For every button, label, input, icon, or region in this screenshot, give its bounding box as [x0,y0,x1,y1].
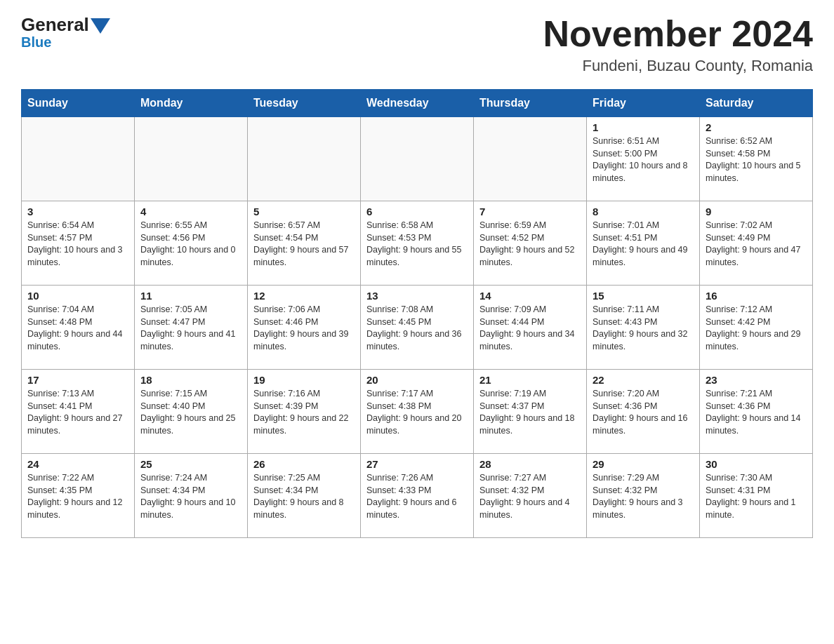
day-number: 3 [27,206,128,217]
table-row: 13Sunrise: 7:08 AMSunset: 4:45 PMDayligh… [361,286,474,370]
table-row: 11Sunrise: 7:05 AMSunset: 4:47 PMDayligh… [135,286,248,370]
table-row: 26Sunrise: 7:25 AMSunset: 4:34 PMDayligh… [248,454,361,538]
day-info: Sunrise: 7:15 AMSunset: 4:40 PMDaylight:… [140,388,241,437]
table-row: 24Sunrise: 7:22 AMSunset: 4:35 PMDayligh… [22,454,135,538]
day-number: 28 [479,458,581,470]
calendar-header-row: Sunday Monday Tuesday Wednesday Thursday… [22,90,813,117]
day-info: Sunrise: 7:25 AMSunset: 4:34 PMDaylight:… [253,472,355,521]
day-info: Sunrise: 7:16 AMSunset: 4:39 PMDaylight:… [253,388,355,437]
logo-general-text: General [21,14,89,36]
table-row: 2Sunrise: 6:52 AMSunset: 4:58 PMDaylight… [700,117,813,201]
day-info: Sunrise: 6:55 AMSunset: 4:56 PMDaylight:… [140,220,241,269]
month-title: November 2024 [543,14,813,54]
day-info: Sunrise: 7:05 AMSunset: 4:47 PMDaylight:… [140,304,241,353]
day-number: 4 [140,206,241,217]
day-number: 20 [366,374,468,386]
day-info: Sunrise: 6:51 AMSunset: 5:00 PMDaylight:… [593,135,694,185]
table-row: 28Sunrise: 7:27 AMSunset: 4:32 PMDayligh… [474,454,587,538]
table-row: 6Sunrise: 6:58 AMSunset: 4:53 PMDaylight… [361,201,474,286]
col-wednesday: Wednesday [361,90,474,117]
table-row: 5Sunrise: 6:57 AMSunset: 4:54 PMDaylight… [248,201,361,286]
day-info: Sunrise: 7:01 AMSunset: 4:51 PMDaylight:… [593,220,694,269]
day-info: Sunrise: 7:20 AMSunset: 4:36 PMDaylight:… [593,388,694,437]
day-info: Sunrise: 6:52 AMSunset: 4:58 PMDaylight:… [706,135,807,185]
table-row: 1Sunrise: 6:51 AMSunset: 5:00 PMDaylight… [587,117,700,201]
day-info: Sunrise: 7:30 AMSunset: 4:31 PMDaylight:… [706,472,807,521]
day-number: 19 [253,374,355,386]
day-info: Sunrise: 7:02 AMSunset: 4:49 PMDaylight:… [706,220,807,269]
svg-marker-0 [91,18,110,34]
table-row: 7Sunrise: 6:59 AMSunset: 4:52 PMDaylight… [474,201,587,286]
day-info: Sunrise: 7:06 AMSunset: 4:46 PMDaylight:… [253,304,355,353]
table-row: 19Sunrise: 7:16 AMSunset: 4:39 PMDayligh… [248,370,361,454]
calendar-week-row: 10Sunrise: 7:04 AMSunset: 4:48 PMDayligh… [22,286,813,370]
col-monday: Monday [135,90,248,117]
day-info: Sunrise: 6:59 AMSunset: 4:52 PMDaylight:… [479,220,581,269]
day-number: 24 [27,458,128,470]
day-number: 14 [479,290,581,302]
day-number: 18 [140,374,241,386]
day-number: 21 [479,374,581,386]
day-info: Sunrise: 7:27 AMSunset: 4:32 PMDaylight:… [479,472,581,521]
col-tuesday: Tuesday [248,90,361,117]
table-row [474,117,587,201]
calendar-week-row: 17Sunrise: 7:13 AMSunset: 4:41 PMDayligh… [22,370,813,454]
day-number: 23 [706,374,807,386]
day-info: Sunrise: 6:57 AMSunset: 4:54 PMDaylight:… [253,220,355,269]
day-info: Sunrise: 7:04 AMSunset: 4:48 PMDaylight:… [27,304,128,353]
day-number: 7 [479,206,581,217]
table-row [135,117,248,201]
table-row: 17Sunrise: 7:13 AMSunset: 4:41 PMDayligh… [22,370,135,454]
day-info: Sunrise: 7:13 AMSunset: 4:41 PMDaylight:… [27,388,128,437]
col-saturday: Saturday [700,90,813,117]
day-info: Sunrise: 7:09 AMSunset: 4:44 PMDaylight:… [479,304,581,353]
day-info: Sunrise: 7:22 AMSunset: 4:35 PMDaylight:… [27,472,128,521]
logo-blue-text: Blue [21,34,51,51]
day-info: Sunrise: 7:08 AMSunset: 4:45 PMDaylight:… [366,304,468,353]
table-row: 16Sunrise: 7:12 AMSunset: 4:42 PMDayligh… [700,286,813,370]
day-number: 8 [593,206,694,217]
day-number: 15 [593,290,694,302]
day-number: 10 [27,290,128,302]
table-row: 29Sunrise: 7:29 AMSunset: 4:32 PMDayligh… [587,454,700,538]
day-info: Sunrise: 7:11 AMSunset: 4:43 PMDaylight:… [593,304,694,353]
table-row: 25Sunrise: 7:24 AMSunset: 4:34 PMDayligh… [135,454,248,538]
day-info: Sunrise: 7:21 AMSunset: 4:36 PMDaylight:… [706,388,807,437]
table-row: 30Sunrise: 7:30 AMSunset: 4:31 PMDayligh… [700,454,813,538]
title-block: November 2024 Fundeni, Buzau County, Rom… [543,14,813,75]
day-number: 25 [140,458,241,470]
table-row [248,117,361,201]
table-row: 8Sunrise: 7:01 AMSunset: 4:51 PMDaylight… [587,201,700,286]
day-number: 5 [253,206,355,217]
day-number: 2 [706,121,807,133]
table-row: 14Sunrise: 7:09 AMSunset: 4:44 PMDayligh… [474,286,587,370]
table-row: 21Sunrise: 7:19 AMSunset: 4:37 PMDayligh… [474,370,587,454]
day-info: Sunrise: 6:58 AMSunset: 4:53 PMDaylight:… [366,220,468,269]
col-thursday: Thursday [474,90,587,117]
table-row: 12Sunrise: 7:06 AMSunset: 4:46 PMDayligh… [248,286,361,370]
logo: General Blue [21,14,110,51]
day-info: Sunrise: 7:12 AMSunset: 4:42 PMDaylight:… [706,304,807,353]
table-row: 22Sunrise: 7:20 AMSunset: 4:36 PMDayligh… [587,370,700,454]
calendar-week-row: 24Sunrise: 7:22 AMSunset: 4:35 PMDayligh… [22,454,813,538]
table-row: 18Sunrise: 7:15 AMSunset: 4:40 PMDayligh… [135,370,248,454]
day-number: 26 [253,458,355,470]
table-row: 3Sunrise: 6:54 AMSunset: 4:57 PMDaylight… [22,201,135,286]
day-number: 29 [593,458,694,470]
location-title: Fundeni, Buzau County, Romania [543,57,813,75]
day-info: Sunrise: 6:54 AMSunset: 4:57 PMDaylight:… [27,220,128,269]
table-row: 27Sunrise: 7:26 AMSunset: 4:33 PMDayligh… [361,454,474,538]
col-friday: Friday [587,90,700,117]
page-header: General Blue November 2024 Fundeni, Buza… [21,14,813,75]
table-row [22,117,135,201]
table-row: 20Sunrise: 7:17 AMSunset: 4:38 PMDayligh… [361,370,474,454]
day-number: 11 [140,290,241,302]
day-number: 1 [593,121,694,133]
day-number: 12 [253,290,355,302]
table-row [361,117,474,201]
day-number: 22 [593,374,694,386]
table-row: 9Sunrise: 7:02 AMSunset: 4:49 PMDaylight… [700,201,813,286]
day-number: 17 [27,374,128,386]
day-number: 30 [706,458,807,470]
day-number: 27 [366,458,468,470]
